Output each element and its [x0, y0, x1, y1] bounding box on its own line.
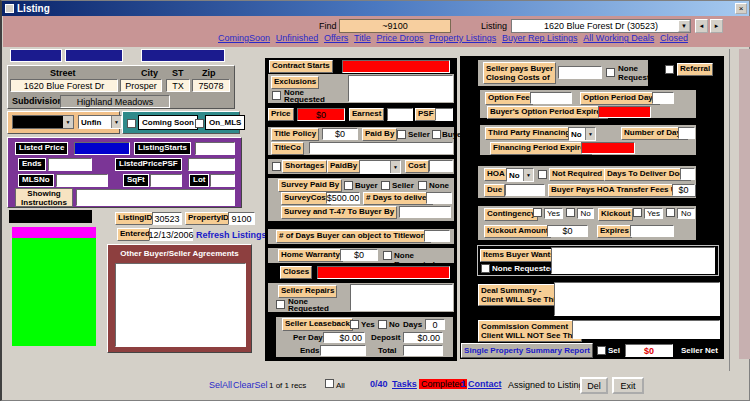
entered-field[interactable]: 12/13/2006	[149, 228, 193, 241]
home-warranty-field[interactable]: $0	[340, 249, 378, 261]
expires-field[interactable]	[630, 225, 674, 237]
contingency-no-checkbox[interactable]	[566, 208, 575, 217]
survey-seller-checkbox[interactable]	[381, 181, 390, 190]
seller-repairs-field[interactable]	[350, 284, 453, 311]
per-day-field[interactable]: $0.00	[323, 332, 365, 343]
days-deliver-docs-field[interactable]	[680, 168, 695, 180]
selall-link[interactable]: SelAll	[209, 380, 232, 390]
leaseback-yes-checkbox[interactable]	[350, 320, 359, 329]
summary-report-button[interactable]: Single Property Summary Report	[461, 343, 593, 358]
survey-t47-field[interactable]	[399, 206, 451, 218]
cost-field[interactable]	[429, 160, 453, 172]
sel-checkbox[interactable]	[597, 346, 606, 355]
total-field[interactable]	[403, 345, 443, 356]
leaseback-days-field[interactable]: 0	[425, 319, 445, 330]
next-record-button[interactable]: ▸	[710, 19, 723, 33]
chevron-down-icon[interactable]: ▼	[523, 169, 533, 181]
deposit-field[interactable]: $0.00	[403, 332, 443, 343]
listed-price-psf-field[interactable]	[188, 158, 235, 171]
kickout-no-checkbox[interactable]	[666, 208, 675, 217]
listed-price-field[interactable]	[74, 142, 130, 155]
seller-net-field[interactable]: $0	[625, 344, 673, 357]
clearsel-link[interactable]: ClearSel	[233, 380, 268, 390]
unfin-select[interactable]: Unfin ▼	[78, 115, 122, 129]
listing-select[interactable]: 1620 Blue Forest Dr (30523) ▼	[511, 19, 691, 33]
exclusions-field[interactable]	[348, 75, 453, 102]
third-party-select[interactable]: No ▼	[568, 127, 596, 141]
chevron-down-icon[interactable]: ▼	[63, 116, 73, 128]
financing-expires-field[interactable]	[581, 142, 635, 154]
del-button[interactable]: Del	[580, 377, 608, 394]
psf-field[interactable]	[435, 108, 453, 121]
title-policy-field[interactable]: $0	[322, 128, 358, 140]
st-field[interactable]: TX	[166, 79, 190, 92]
city-field[interactable]: Prosper	[120, 79, 162, 92]
shortages-paidby-select[interactable]: ▼	[359, 160, 401, 174]
agreements-listbox[interactable]	[115, 263, 246, 347]
lot-field[interactable]	[210, 174, 235, 187]
link-unfinished[interactable]: Unfinished	[276, 33, 319, 43]
contract-starts-field[interactable]	[342, 60, 450, 73]
coming-soon-checkbox[interactable]	[127, 119, 136, 128]
showing-instructions-field[interactable]	[76, 189, 235, 206]
deal-summary-field[interactable]	[554, 282, 720, 316]
items-none-checkbox[interactable]	[481, 264, 490, 273]
days-to-deliver-field[interactable]	[426, 192, 452, 204]
link-coming-soon[interactable]: ComingSoon	[218, 33, 270, 43]
property-id-field[interactable]: 9100	[228, 212, 255, 225]
find-input[interactable]: ~9100	[339, 19, 451, 33]
link-offers[interactable]: Offers	[324, 33, 348, 43]
hoa-transfer-field[interactable]: $0	[672, 184, 695, 196]
link-title[interactable]: Title	[354, 33, 371, 43]
days-object-field[interactable]	[424, 230, 450, 242]
option-expires-field[interactable]	[598, 106, 651, 118]
link-all-working-deals[interactable]: All Working Deals	[583, 33, 654, 43]
street-field[interactable]: 1620 Blue Forest Dr	[10, 79, 118, 92]
chevron-down-icon[interactable]: ▼	[678, 20, 690, 32]
exclusions-none-checkbox[interactable]	[272, 91, 281, 100]
mls-no-field[interactable]	[56, 174, 108, 187]
closing-costs-field[interactable]	[558, 66, 602, 79]
warranty-none-checkbox[interactable]	[383, 251, 392, 260]
closes-field[interactable]	[317, 266, 450, 279]
kickout-amount-field[interactable]: $0	[547, 225, 588, 237]
commission-comment-field[interactable]	[572, 320, 720, 339]
title-buyer-checkbox[interactable]	[432, 130, 441, 139]
subdivision-field[interactable]: Highland Meadows	[60, 95, 170, 108]
exit-button[interactable]: Exit	[612, 377, 644, 394]
navy-bar-2[interactable]	[65, 49, 123, 62]
title-seller-checkbox[interactable]	[397, 130, 406, 139]
refresh-listings-link[interactable]: Refresh Listings	[196, 230, 267, 240]
navy-bar-3[interactable]	[141, 49, 225, 62]
all-checkbox[interactable]	[325, 379, 334, 388]
items-buyer-wants-field[interactable]	[551, 247, 715, 274]
option-period-days-field[interactable]	[652, 92, 674, 104]
link-closed[interactable]: Closed	[660, 33, 688, 43]
status-select[interactable]: ▼	[12, 115, 74, 129]
survey-none-checkbox[interactable]	[418, 181, 427, 190]
tasks-link[interactable]: Tasks	[392, 379, 417, 389]
close-icon[interactable]: ×	[735, 3, 747, 14]
ends-field[interactable]	[48, 158, 92, 171]
option-fee-field[interactable]	[530, 92, 572, 104]
leaseback-no-checkbox[interactable]	[378, 320, 387, 329]
earnest-field[interactable]	[387, 108, 413, 121]
on-mls-checkbox[interactable]	[195, 119, 204, 128]
link-price-drops[interactable]: Price Drops	[377, 33, 424, 43]
listing-starts-field[interactable]	[195, 142, 235, 155]
shortages-checkbox[interactable]	[272, 162, 281, 171]
chevron-down-icon[interactable]: ▼	[390, 161, 400, 173]
link-property-listings[interactable]: Property Listings	[429, 33, 496, 43]
chevron-down-icon[interactable]: ▼	[585, 128, 595, 140]
sqft-field[interactable]	[150, 174, 182, 187]
price-field[interactable]: $0	[297, 108, 345, 121]
leaseback-ends-field[interactable]	[320, 345, 366, 356]
contact-link[interactable]: Contact	[468, 379, 502, 389]
due-field[interactable]	[505, 184, 545, 196]
prev-record-button[interactable]: ◂	[695, 19, 708, 33]
contingency-yes-checkbox[interactable]	[533, 208, 542, 217]
link-buyer-rep-listings[interactable]: Buyer Rep Listings	[502, 33, 578, 43]
titleco-field[interactable]	[309, 142, 453, 154]
zip-field[interactable]: 75078	[192, 79, 230, 92]
number-of-days-field[interactable]	[678, 127, 695, 139]
